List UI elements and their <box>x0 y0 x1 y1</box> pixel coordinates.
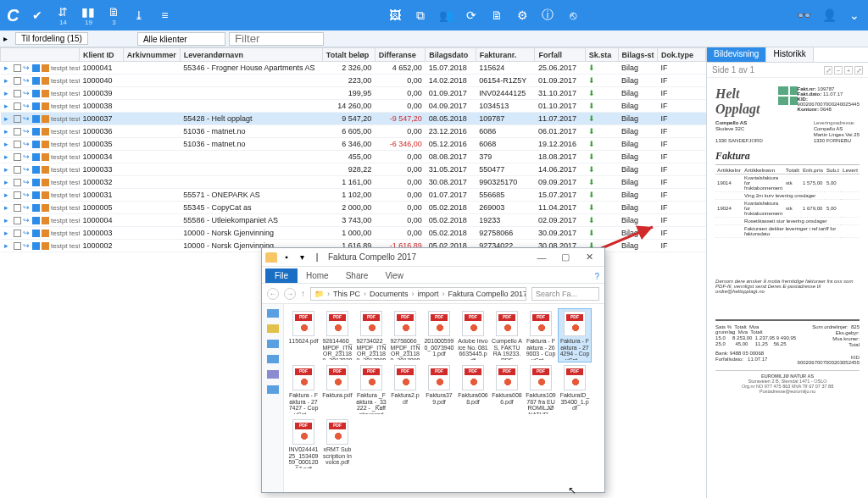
grid-row[interactable]: ▸↪ testpt testpt100003755428 - Helt oppl… <box>1 113 706 125</box>
grid-row[interactable]: ▸↪ testpt testpt1000039199,950,0001.09.2… <box>1 87 706 100</box>
new-doc-button[interactable]: 🗎3 <box>107 5 120 26</box>
file-item[interactable]: Faktura109787 fra EUROMILJØ NATUR... <box>525 363 557 416</box>
grid-header[interactable] <box>1 48 80 62</box>
grid-row[interactable]: ▸↪ testpt testpt100003814 260,000,0004.0… <box>1 100 706 113</box>
grid-row[interactable]: ▸↪ testpt testpt100000555345 - CopyCat a… <box>1 202 706 214</box>
pdf-icon <box>564 311 586 336</box>
ribbon-home[interactable]: Home <box>298 268 337 283</box>
grid-header[interactable]: Totalt beløp <box>322 48 375 62</box>
approve-icon[interactable]: ✔ <box>31 8 44 22</box>
file-item[interactable]: Faktura6086.pdf <box>491 363 523 416</box>
ribbon-file[interactable]: File <box>265 268 298 283</box>
file-item[interactable]: 92734022_MPDF_ITNOR_231189_20170801... <box>355 309 387 362</box>
invoice-preview: Helt Opplagt Fakt.nr: 109787 Fakt.dato: … <box>707 78 868 498</box>
grid-row[interactable]: ▸↪ testpt testpt100003155571 - ONEPARK A… <box>1 189 706 202</box>
grid-header[interactable]: Fakturanr. <box>476 48 535 62</box>
file-item[interactable]: 115624.pdf <box>287 309 320 362</box>
grid-header[interactable]: Sk.sta <box>585 48 618 62</box>
file-item[interactable]: 92758066_MPDF_ITNOR_231189_20170901... <box>389 309 421 362</box>
logout-icon[interactable]: ⎋ <box>566 8 580 22</box>
file-item[interactable]: FakturaID_35400_1.pdf <box>559 363 591 416</box>
grid-header[interactable]: Leverandørnavn <box>180 48 322 62</box>
grid-header[interactable]: Bilagsdato <box>426 48 476 62</box>
grid-row[interactable]: ▸↪ testpt testpt10000321 161,000,0030.08… <box>1 176 706 189</box>
zoom-controls[interactable]: ⤢−+⤢ <box>822 65 863 75</box>
file-item[interactable]: Faktura6068.pdf <box>457 363 489 416</box>
grid-header[interactable]: Forfall <box>535 48 585 62</box>
view-tab[interactable]: Til fordeling (15) <box>15 32 88 45</box>
qat-sep: | <box>311 252 323 263</box>
file-item[interactable]: Faktura - Faktura - 277427 - CopyCat ... <box>287 363 320 416</box>
pdf-icon <box>564 365 586 390</box>
file-item[interactable]: Faktura - Faktura - 269003 - CopyCat ... <box>525 309 557 362</box>
tab-image[interactable]: Bildevisning <box>707 47 766 62</box>
pdf-icon <box>292 365 314 390</box>
copy-icon[interactable]: ⧉ <box>414 8 427 22</box>
text-filter[interactable] <box>229 32 324 46</box>
archive-button[interactable]: ▮▮19 <box>81 5 95 26</box>
users-icon[interactable]: 👥 <box>439 8 453 22</box>
pdf-icon <box>360 311 382 336</box>
ribbon-view[interactable]: View <box>376 268 412 283</box>
grid-row[interactable]: ▸↪ testpt testpt1000034455,000,0008.08.2… <box>1 151 706 163</box>
page-icon[interactable]: 🗎 <box>490 8 504 22</box>
file-item[interactable]: Faktura379.pdf <box>423 363 455 416</box>
grid-row[interactable]: ▸↪ testpt testpt100003651036 - matnet.no… <box>1 125 706 138</box>
file-item[interactable]: Faktura2.pdf <box>389 363 421 416</box>
tab-history[interactable]: Historikk <box>766 47 813 62</box>
ribbon-share[interactable]: Share <box>337 268 377 283</box>
grid-header[interactable]: Differanse <box>375 48 425 62</box>
grid-row[interactable]: ▸↪ testpt testpt100000310000 - Norsk Gje… <box>1 227 706 240</box>
help-icon[interactable]: ? <box>589 270 604 283</box>
chevron-down-icon[interactable]: ⌄ <box>848 8 861 22</box>
close-button[interactable]: ✕ <box>577 250 601 265</box>
file-explorer-window[interactable]: ▪ ▾ | Faktura Compello 2017 — ▢ ✕ File H… <box>261 247 605 493</box>
nav-fwd[interactable]: → <box>284 288 296 300</box>
grid-header[interactable]: Klient ID <box>80 48 124 62</box>
grid-row[interactable]: ▸↪ testpt testpt100004155346 - Frogner H… <box>1 62 706 75</box>
svg-rect-2 <box>778 97 788 105</box>
file-item[interactable]: 92814460_MPDF_ITNOR_231189_20170301... <box>321 309 353 362</box>
qat-icon[interactable]: ▾ <box>296 252 308 263</box>
explorer-titlebar[interactable]: ▪ ▾ | Faktura Compello 2017 — ▢ ✕ <box>262 248 604 267</box>
minimize-button[interactable]: — <box>530 250 554 265</box>
grid-row[interactable]: ▸↪ testpt testpt100003551036 - matnet.no… <box>1 138 706 151</box>
preview-pane: Bildevisning Historikk Side 1 av 1 ⤢−+⤢ … <box>706 47 868 498</box>
glasses-icon[interactable]: 👓 <box>797 8 810 22</box>
grid-header[interactable]: Bilags-st <box>618 48 658 62</box>
page-indicator: Side 1 av 1 <box>712 65 754 75</box>
grid-row[interactable]: ▸↪ testpt testpt100000455586 - Utleiekom… <box>1 214 706 227</box>
image-icon[interactable]: 🖼 <box>388 8 402 22</box>
gear-icon[interactable]: ⚙ <box>515 8 529 22</box>
explorer-search[interactable]: Search Fa... <box>531 287 599 301</box>
grid-header[interactable]: Arkivnummer <box>123 48 180 62</box>
file-item[interactable]: Adobe Invoice No. 0816635445.pdf <box>457 309 489 362</box>
info-icon[interactable]: ⓘ <box>541 8 554 22</box>
grid-row[interactable]: ▸↪ testpt testpt1000033928,220,0031.05.2… <box>1 163 706 176</box>
maximize-button[interactable]: ▢ <box>554 250 577 265</box>
file-item[interactable]: xRMT Subscription Invoice.pdf <box>321 418 353 470</box>
explorer-title: Faktura Compello 2017 <box>323 252 530 262</box>
file-item[interactable]: Faktura.pdf <box>321 363 353 416</box>
file-item[interactable]: 2010005990_00739401.pdf <box>423 309 455 362</box>
breadcrumb[interactable]: 📁 › This PC › Documents › import › Faktu… <box>310 287 526 301</box>
file-item[interactable]: Compello AS, FAKTURA 19233.PDF <box>491 309 523 362</box>
pdf-icon <box>326 311 348 336</box>
file-item[interactable]: Faktura - Faktura - 274294 - CopyCat ... <box>559 309 591 362</box>
expand-icon[interactable]: ▸ <box>3 34 15 43</box>
file-item[interactable]: INV02444125_15340959_00012017.pdf <box>287 418 320 470</box>
sliders-icon[interactable]: ≡ <box>158 8 171 22</box>
nav-up[interactable]: ↑ <box>301 289 305 298</box>
export-icon[interactable]: ⤓ <box>132 8 146 22</box>
refresh-icon[interactable]: ⟳ <box>465 8 478 22</box>
explorer-nav[interactable] <box>262 304 284 492</box>
file-item[interactable]: Faktura _Faktura -_33222 - _Kaffebrygger… <box>355 363 387 416</box>
grid-row[interactable]: ▸↪ testpt testpt1000040223,000,0014.02.2… <box>1 75 706 87</box>
grid-header[interactable]: Dok.type <box>658 48 706 62</box>
qat-icon[interactable]: ▪ <box>281 252 292 263</box>
distribute-button[interactable]: ⇵14 <box>56 5 70 26</box>
nav-back[interactable]: ← <box>267 288 279 300</box>
file-grid: 115624.pdf92814460_MPDF_ITNOR_231189_201… <box>284 304 604 492</box>
user-icon[interactable]: 👤 <box>822 8 836 22</box>
client-filter[interactable]: Alle klienter <box>137 32 225 46</box>
